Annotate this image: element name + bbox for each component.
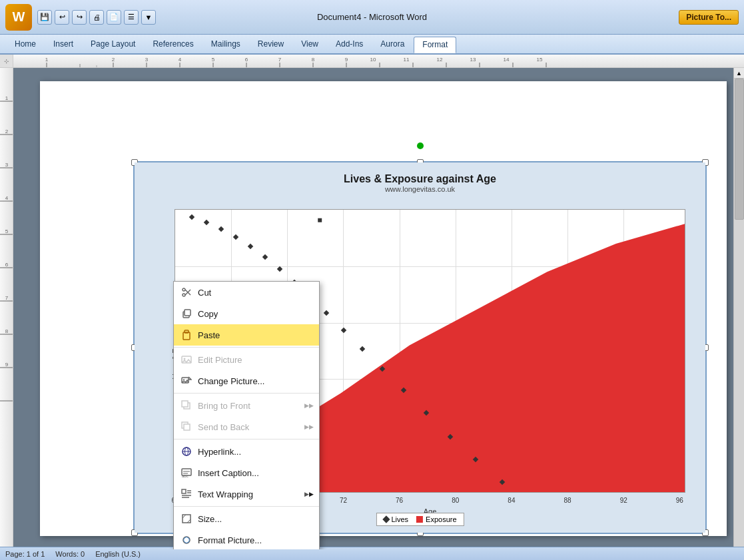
- document-page: Lives & Exposure against Age www.longevi…: [40, 81, 727, 536]
- ruler-horizontal: 1 2 3 4 5 6 7 8 9 10 11 12 13: [13, 55, 744, 68]
- app-logo: W: [5, 4, 32, 31]
- ctx-sep-1: [174, 347, 319, 348]
- svg-rect-64: [341, 328, 346, 333]
- change-picture-icon: [179, 374, 194, 388]
- rotation-handle[interactable]: [417, 142, 424, 149]
- svg-text:13: 13: [470, 57, 476, 63]
- send-back-icon: [179, 420, 194, 434]
- format-picture-icon: [179, 533, 194, 547]
- ctx-size[interactable]: Size...: [174, 508, 319, 529]
- ctx-format-picture[interactable]: Format Picture...: [174, 529, 319, 549]
- bring-front-icon: [179, 398, 194, 413]
- print-button[interactable]: 🖨: [89, 10, 104, 25]
- tab-add-ins[interactable]: Add-Ins: [328, 37, 371, 51]
- svg-rect-69: [448, 434, 453, 439]
- scrollbar-vertical[interactable]: ▲ ▼: [733, 68, 744, 560]
- context-menu: Cut Copy Paste: [173, 281, 320, 549]
- hyperlink-icon: [179, 444, 194, 459]
- legend-exposure: Exposure: [416, 515, 456, 523]
- tab-page-layout[interactable]: Page Layout: [83, 37, 143, 51]
- svg-point-80: [183, 294, 185, 296]
- tab-view[interactable]: View: [293, 37, 326, 51]
- ctx-paste[interactable]: Paste: [174, 324, 319, 346]
- svg-rect-63: [324, 310, 329, 316]
- svg-rect-65: [360, 346, 365, 352]
- ctx-copy[interactable]: Copy: [174, 303, 319, 324]
- svg-rect-70: [473, 457, 478, 462]
- ruler-corner-icon: ⊹: [4, 58, 9, 65]
- ctx-edit-picture-label: Edit Picture: [198, 355, 314, 365]
- scrollbar-v-thumb[interactable]: [735, 79, 744, 220]
- svg-rect-86: [185, 330, 188, 333]
- ctx-sep-3: [174, 439, 319, 439]
- save-button[interactable]: 💾: [37, 10, 52, 25]
- dropdown-button[interactable]: ▼: [141, 10, 156, 25]
- svg-rect-33: [0, 68, 13, 560]
- svg-point-90: [183, 379, 185, 380]
- svg-rect-102: [182, 489, 186, 493]
- svg-text:15: 15: [537, 57, 543, 63]
- list-button[interactable]: ☰: [124, 10, 139, 25]
- svg-rect-53: [318, 218, 322, 222]
- window-title: Document4 - Microsoft Word: [317, 12, 427, 22]
- svg-text:12: 12: [437, 57, 443, 63]
- undo-button[interactable]: ↩: [55, 10, 69, 25]
- submenu-arrow-send: ▶: [304, 423, 309, 430]
- tab-review[interactable]: Review: [250, 37, 292, 51]
- ctx-text-wrapping[interactable]: Text Wrapping ▶: [174, 483, 319, 505]
- tab-insert[interactable]: Insert: [45, 37, 81, 51]
- picture-tools-tab[interactable]: Picture To...: [679, 10, 739, 25]
- ctx-hyperlink[interactable]: Hyperlink...: [174, 441, 319, 462]
- caption-icon: abc: [179, 465, 194, 480]
- ctx-insert-caption[interactable]: abc Insert Caption...: [174, 462, 319, 483]
- svg-text:7: 7: [5, 295, 9, 301]
- ruler-corner[interactable]: ⊹: [0, 55, 13, 68]
- svg-rect-55: [204, 220, 209, 225]
- edit-picture-icon: [179, 352, 194, 367]
- svg-text:abc: abc: [182, 474, 188, 478]
- legend-exposure-label: Exposure: [426, 515, 456, 523]
- svg-text:10: 10: [370, 57, 376, 63]
- print2-button[interactable]: 📄: [107, 10, 121, 25]
- svg-rect-0: [13, 55, 744, 68]
- tab-aurora[interactable]: Aurora: [372, 37, 412, 51]
- ctx-cut[interactable]: Cut: [174, 282, 319, 303]
- svg-rect-57: [233, 234, 238, 240]
- tab-mailings[interactable]: Mailings: [203, 37, 248, 51]
- svg-text:9: 9: [345, 57, 348, 63]
- tab-format[interactable]: Format: [414, 37, 456, 53]
- ctx-copy-label: Copy: [198, 309, 314, 319]
- svg-text:6: 6: [245, 57, 248, 63]
- ctx-change-picture[interactable]: Change Picture...: [174, 370, 319, 392]
- svg-rect-71: [500, 479, 505, 485]
- svg-rect-60: [277, 266, 282, 272]
- svg-text:3: 3: [5, 162, 9, 168]
- legend-lives-label: Lives: [391, 515, 408, 523]
- undo-arrow-button[interactable]: ↪: [72, 10, 87, 25]
- titlebar: W 💾 ↩ ↪ 🖨 📄 ☰ ▼ Document4 - Microsoft Wo…: [0, 0, 744, 35]
- svg-rect-54: [189, 214, 194, 220]
- svg-text:8: 8: [312, 57, 315, 63]
- ctx-insert-caption-label: Insert Caption...: [198, 468, 314, 478]
- tab-home[interactable]: Home: [7, 37, 44, 51]
- ruler-horizontal-row: ⊹ 1 2 3 4 5 6: [0, 55, 744, 68]
- ribbon: Home Insert Page Layout References Maili…: [0, 35, 744, 55]
- svg-rect-84: [185, 310, 190, 316]
- size-icon: [179, 511, 194, 526]
- ctx-hyperlink-label: Hyperlink...: [198, 447, 314, 457]
- chart-subtitle: www.longevitas.co.uk: [135, 185, 705, 193]
- chart-title: Lives & Exposure against Age: [135, 162, 705, 185]
- scroll-up-button[interactable]: ▲: [734, 68, 745, 79]
- ruler-h-svg: 1 2 3 4 5 6 7 8 9 10 11 12 13: [13, 55, 744, 68]
- ctx-send-back-label: Send to Back: [198, 422, 304, 432]
- svg-text:14: 14: [504, 57, 510, 63]
- svg-rect-107: [183, 515, 190, 523]
- svg-text:6: 6: [5, 262, 9, 268]
- tab-references[interactable]: References: [145, 37, 201, 51]
- paste-icon: [179, 328, 194, 342]
- ctx-text-wrap-label: Text Wrapping: [198, 489, 304, 499]
- submenu-arrow-wrap: ▶: [304, 491, 309, 497]
- ctx-sep-2: [174, 393, 319, 394]
- x-tick-72: 72: [340, 497, 347, 504]
- scrollbar-v-track[interactable]: [734, 79, 745, 549]
